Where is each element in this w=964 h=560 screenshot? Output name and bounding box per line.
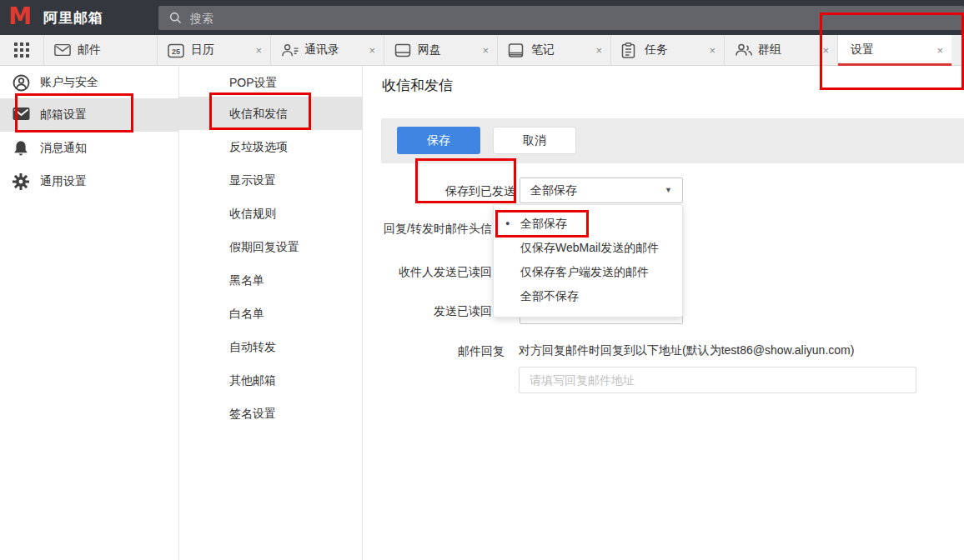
- sidebar-item-label: 邮箱设置: [40, 108, 87, 122]
- close-icon[interactable]: ×: [369, 44, 375, 57]
- close-icon[interactable]: ×: [255, 44, 262, 57]
- settings-sidebar: 账户与安全 邮箱设置 消息通知: [0, 66, 179, 560]
- tab-groups[interactable]: 群组 ×: [725, 35, 838, 65]
- cancel-button[interactable]: 取消: [493, 127, 576, 154]
- tab-label: 笔记: [531, 42, 555, 58]
- drive-icon: [394, 43, 411, 58]
- close-icon[interactable]: ×: [709, 44, 715, 57]
- settings-nav-item-antispam[interactable]: 反垃圾选项: [179, 130, 363, 163]
- dropdown-option-label: 全部保存: [520, 217, 567, 230]
- mail-reply-label: 邮件回复: [363, 344, 505, 359]
- tab-settings[interactable]: 设置 ×: [838, 35, 951, 65]
- settings-nav-item-display[interactable]: 显示设置: [179, 163, 363, 197]
- gear-icon: [13, 173, 29, 190]
- save-to-sent-select[interactable]: 全部保存 ▼: [520, 178, 683, 203]
- radio-selected-icon: ●: [505, 212, 510, 236]
- tasks-icon: [621, 42, 635, 58]
- sidebar-item-label: 账户与安全: [40, 75, 98, 90]
- sidebar-item-label: 消息通知: [40, 141, 87, 156]
- dropdown-option-label: 仅保存WebMail发送的邮件: [520, 241, 659, 254]
- select-value: 全部保存: [530, 183, 577, 198]
- tab-drive[interactable]: 网盘 ×: [384, 35, 498, 65]
- brand-title: 阿里邮箱: [43, 8, 103, 28]
- sidebar-item-label: 通用设置: [40, 174, 87, 189]
- header-info-label: 回复/转发时邮件头信: [363, 222, 492, 237]
- settings-nav-item-vacation[interactable]: 假期回复设置: [179, 230, 363, 263]
- app-tab-bar: 邮件 25 日历 × 通讯录 × 网盘 × 笔记 × 任务 ×: [0, 35, 964, 66]
- groups-icon: [735, 43, 753, 57]
- top-bar: M 阿里邮箱: [0, 0, 964, 35]
- grid-icon: [14, 42, 29, 58]
- tab-calendar[interactable]: 25 日历 ×: [158, 35, 271, 65]
- tab-label: 任务: [645, 42, 668, 58]
- tab-notes[interactable]: 笔记 ×: [498, 35, 611, 65]
- close-icon[interactable]: ×: [936, 44, 943, 57]
- dropdown-option-webmail-only[interactable]: 仅保存WebMail发送的邮件: [494, 236, 682, 260]
- active-tab-underline: [838, 63, 951, 66]
- settings-nav-item-signature[interactable]: 签名设置: [179, 397, 363, 430]
- calendar-icon: 25: [168, 42, 184, 58]
- aliyun-mail-logo-icon: M: [8, 2, 32, 30]
- search-box[interactable]: [158, 6, 964, 30]
- svg-text:25: 25: [172, 47, 180, 55]
- tab-mail[interactable]: 邮件: [44, 35, 158, 65]
- account-icon: [13, 74, 30, 92]
- app-grid-button[interactable]: [0, 35, 44, 65]
- mail-reply-note: 对方回复邮件时回复到以下地址(默认为test86@show.aliyun.com…: [519, 343, 854, 358]
- reply-address-input[interactable]: [519, 367, 916, 393]
- settings-nav-item-blacklist[interactable]: 黑名单: [179, 263, 363, 297]
- dropdown-option-client-only[interactable]: 仅保存客户端发送的邮件: [494, 260, 682, 284]
- bell-icon: [13, 140, 29, 157]
- settings-nav-item-pop[interactable]: POP设置: [179, 66, 363, 99]
- chevron-down-icon: ▼: [665, 186, 672, 194]
- tab-label: 通讯录: [304, 42, 339, 58]
- recipient-read-receipt-label: 收件人发送已读回: [363, 265, 492, 280]
- tab-contacts[interactable]: 通讯录 ×: [271, 35, 384, 65]
- tab-label: 网盘: [418, 42, 441, 58]
- save-to-sent-label: 保存到已发送: [349, 184, 515, 199]
- send-read-receipt-label: 发送已读回: [363, 304, 492, 319]
- sidebar-item-account-security[interactable]: 账户与安全: [0, 66, 179, 99]
- sidebar-item-mailbox-settings[interactable]: 邮箱设置: [0, 98, 179, 132]
- settings-nav-item-auto-forward[interactable]: 自动转发: [179, 330, 363, 363]
- tab-label: 群组: [758, 42, 781, 58]
- settings-nav-item-other-mailbox[interactable]: 其他邮箱: [179, 363, 363, 397]
- mail-icon: [54, 43, 71, 57]
- settings-nav-item-whitelist[interactable]: 白名单: [179, 297, 363, 330]
- close-icon[interactable]: ×: [482, 44, 489, 57]
- save-button[interactable]: 保存: [397, 127, 480, 154]
- page-title: 收信和发信: [382, 76, 453, 95]
- sidebar-item-notifications[interactable]: 消息通知: [0, 132, 179, 165]
- tab-label: 设置: [851, 42, 874, 58]
- mail-filled-icon: [13, 107, 30, 121]
- contacts-icon: [281, 43, 299, 58]
- dropdown-option-save-all[interactable]: ● 全部保存: [494, 212, 682, 236]
- save-to-sent-dropdown-menu: ● 全部保存 仅保存WebMail发送的邮件 仅保存客户端发送的邮件 全部不保存: [493, 204, 683, 318]
- settings-nav-item-mail-rules[interactable]: 收信规则: [179, 197, 363, 230]
- settings-nav-item-receive-send[interactable]: 收信和发信: [179, 97, 363, 130]
- tab-label: 日历: [191, 42, 214, 58]
- dropdown-option-label: 全部不保存: [520, 289, 579, 302]
- close-icon[interactable]: ×: [595, 44, 602, 57]
- dropdown-option-save-none[interactable]: 全部不保存: [494, 284, 682, 308]
- close-icon[interactable]: ×: [822, 44, 829, 57]
- dropdown-option-label: 仅保存客户端发送的邮件: [520, 265, 649, 278]
- mailbox-settings-nav: POP设置 收信和发信 反垃圾选项 显示设置 收信规则 假期回复设置 黑名单 白…: [179, 66, 363, 560]
- sidebar-item-general-settings[interactable]: 通用设置: [0, 165, 179, 198]
- notes-icon: [508, 43, 524, 58]
- tab-tasks[interactable]: 任务 ×: [611, 35, 725, 65]
- search-input[interactable]: [158, 6, 964, 30]
- tab-label: 邮件: [78, 42, 101, 58]
